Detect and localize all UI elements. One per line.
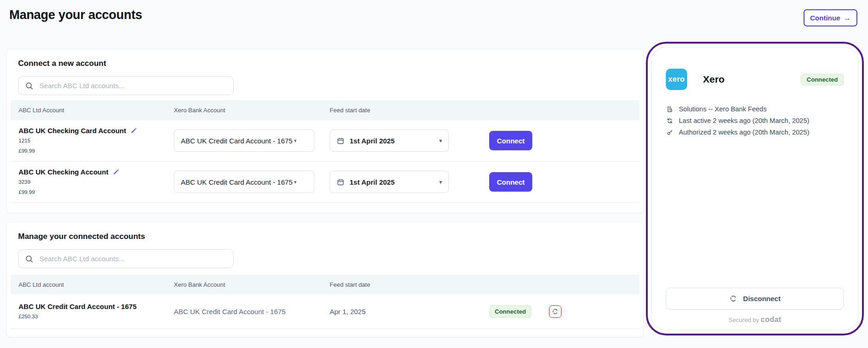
search-input[interactable]	[38, 81, 227, 90]
continue-label: Continue	[810, 14, 840, 22]
edit-pencil-icon[interactable]	[130, 128, 137, 134]
connect-button[interactable]: Connect	[489, 172, 532, 192]
broken-link-icon	[552, 308, 559, 315]
integration-header: xero Xero Connected	[666, 69, 844, 90]
arrow-right-icon: →	[843, 14, 851, 22]
refresh-icon	[666, 117, 673, 124]
column-header: Feed start date	[330, 107, 485, 114]
integration-name: Xero	[703, 74, 725, 85]
xero-account-name: ABC UK Credit Card Account - 1675	[174, 308, 330, 316]
table-row: ABC UK Checking Account 3239 £99.99 ABC …	[11, 161, 639, 203]
detail-row: Solutions -- Xero Bank Feeds	[666, 105, 844, 113]
feed-start-date-picker[interactable]: 1st April 2025 ▾	[330, 171, 449, 193]
chevron-down-icon: ▾	[294, 180, 297, 185]
account-cell: ABC UK Checking Account 3239 £99.99	[19, 168, 174, 195]
connect-card-title: Connect a new account	[7, 49, 643, 68]
search-box[interactable]	[18, 76, 234, 95]
xero-account-select[interactable]: ABC UK Credit Card Account - 1675 ▾	[174, 171, 314, 193]
selected-option: ABC UK Credit Card Account - 1675	[181, 178, 293, 186]
detail-text: Last active 2 weeks ago (20th March, 202…	[679, 117, 809, 125]
calendar-icon	[337, 178, 345, 186]
feed-start-date: Apr 1, 2025	[330, 308, 485, 316]
selected-option: ABC UK Credit Card Account - 1675	[181, 137, 293, 145]
account-balance: £99.99	[19, 147, 174, 155]
selected-date: 1st April 2025	[350, 178, 395, 186]
table-header: ABC Ltd Account Xero Bank Account Feed s…	[11, 100, 639, 120]
disconnect-button[interactable]: Disconnect	[666, 288, 844, 309]
connected-accounts-card: Manage your connected accounts ABC Ltd a…	[6, 222, 644, 337]
account-name: ABC UK Credit Card Account - 1675	[19, 303, 137, 310]
disconnect-feed-button[interactable]	[549, 305, 562, 318]
account-balance: £250.33	[19, 313, 174, 320]
calendar-icon	[337, 137, 345, 145]
feed-start-date-picker[interactable]: 1st April 2025 ▾	[330, 129, 449, 152]
column-header: Xero Bank Account	[174, 107, 330, 114]
building-icon	[666, 106, 673, 113]
search-box[interactable]	[18, 249, 234, 268]
detail-row: Authorized 2 weeks ago (20th March, 2025…	[666, 129, 844, 136]
disconnect-label: Disconnect	[743, 295, 781, 303]
connect-button[interactable]: Connect	[489, 131, 532, 150]
search-icon	[25, 82, 33, 90]
account-cell: ABC UK Checking Card Account 1215 £99.99	[19, 127, 174, 154]
table-row: ABC UK Checking Card Account 1215 £99.99…	[11, 120, 639, 161]
status-badge: Connected	[801, 74, 844, 85]
connected-card-title: Manage your connected accounts	[7, 222, 643, 241]
account-number: 3239	[19, 178, 174, 186]
column-header: Feed start date	[330, 281, 485, 288]
codat-wordmark: codat	[761, 316, 781, 323]
account-balance: £99.99	[19, 188, 174, 196]
integration-details: Solutions -- Xero Bank Feeds Last active…	[666, 105, 844, 136]
integration-panel-highlight-ring: xero Xero Connected Solutio	[646, 42, 864, 335]
xero-logo: xero	[666, 69, 687, 90]
column-header: ABC Ltd account	[19, 281, 174, 288]
search-icon	[25, 255, 33, 263]
account-cell: ABC UK Credit Card Account - 1675 £250.3…	[19, 303, 174, 320]
key-icon	[666, 129, 673, 136]
connect-new-account-card: Connect a new account ABC Ltd Account Xe…	[6, 49, 644, 213]
xero-account-select[interactable]: ABC UK Credit Card Account - 1675 ▾	[174, 129, 314, 152]
detail-text: Authorized 2 weeks ago (20th March, 2025…	[679, 129, 809, 136]
column-header: Xero Bank Account	[174, 281, 330, 288]
integration-panel: xero Xero Connected Solutio	[651, 47, 859, 330]
secured-by-label: Secured by	[728, 316, 759, 323]
detail-row: Last active 2 weeks ago (20th March, 202…	[666, 117, 844, 125]
chevron-down-icon: ▾	[294, 138, 297, 143]
search-input[interactable]	[38, 254, 227, 263]
status-badge: Connected	[489, 305, 531, 318]
account-name: ABC UK Checking Account	[19, 168, 108, 176]
column-header: ABC Ltd Account	[19, 107, 174, 114]
page-title: Manage your accounts	[9, 8, 142, 22]
broken-link-icon	[729, 295, 737, 303]
manage-accounts-page: Manage your accounts Continue → Connect …	[0, 0, 868, 348]
account-name: ABC UK Checking Card Account	[19, 127, 126, 135]
account-number: 1215	[19, 137, 174, 144]
table-header: ABC Ltd account Xero Bank Account Feed s…	[11, 275, 639, 294]
edit-pencil-icon[interactable]	[113, 169, 119, 175]
secured-by: Secured by codat	[666, 316, 844, 324]
chevron-down-icon: ▾	[439, 138, 442, 143]
detail-text: Solutions -- Xero Bank Feeds	[679, 105, 766, 113]
selected-date: 1st April 2025	[350, 137, 395, 145]
table-row: ABC UK Credit Card Account - 1675 £250.3…	[11, 294, 639, 329]
continue-button[interactable]: Continue →	[804, 9, 857, 26]
chevron-down-icon: ▾	[439, 180, 442, 185]
